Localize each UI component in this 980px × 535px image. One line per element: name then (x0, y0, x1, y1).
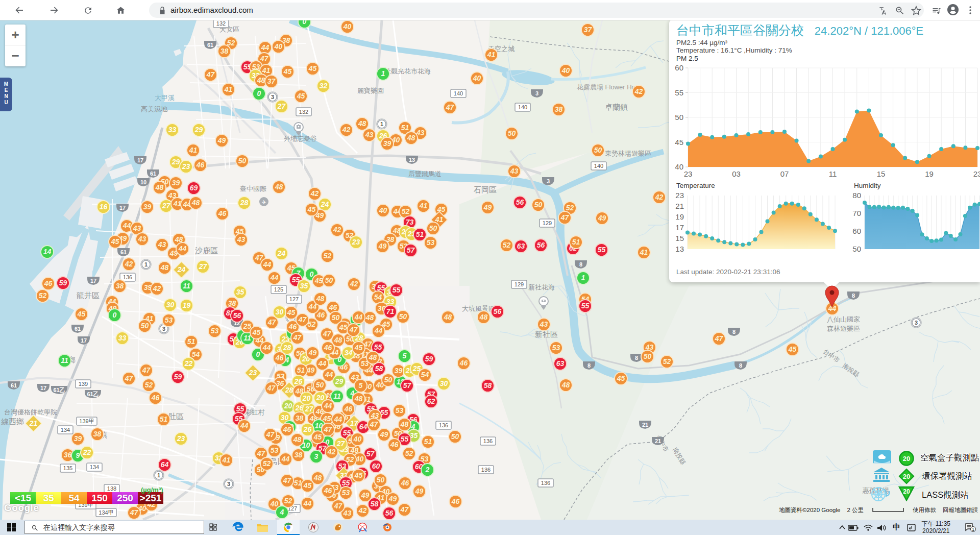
svg-text:森林遊樂區: 森林遊樂區 (827, 325, 860, 332)
svg-text:東勢林場遊樂區: 東勢林場遊樂區 (605, 150, 651, 157)
svg-text:134甲: 134甲 (99, 509, 113, 516)
svg-text:11: 11 (829, 169, 837, 178)
svg-text:15: 15 (675, 234, 684, 242)
svg-text:3: 3 (547, 178, 550, 184)
svg-text:21: 21 (642, 422, 648, 428)
svg-text:23: 23 (973, 169, 980, 178)
svg-text:50: 50 (675, 113, 683, 121)
svg-text:肚區: 肚區 (168, 412, 184, 421)
svg-text:136: 136 (439, 422, 448, 428)
svg-text:卓蘭鎮: 卓蘭鎮 (605, 103, 628, 111)
svg-text:125: 125 (274, 286, 283, 293)
svg-text:40: 40 (675, 162, 683, 171)
svg-text:17: 17 (675, 223, 684, 232)
svg-text:136: 136 (481, 467, 491, 473)
svg-text:129: 129 (543, 220, 552, 226)
svg-text:132: 132 (216, 20, 226, 27)
svg-text:135: 135 (63, 465, 72, 471)
svg-text:20: 20 (903, 455, 910, 463)
svg-text:138: 138 (107, 485, 116, 492)
svg-text:13: 13 (675, 245, 684, 253)
svg-text:8: 8 (739, 362, 742, 369)
svg-text:21: 21 (655, 438, 661, 444)
svg-text:石岡區: 石岡區 (473, 185, 497, 194)
svg-text:龍井區: 龍井區 (77, 291, 100, 300)
svg-text:61: 61 (120, 249, 127, 255)
svg-text:麗寶樂園: 麗寶樂園 (357, 87, 384, 94)
svg-text:60: 60 (852, 227, 861, 235)
svg-text:139: 139 (79, 381, 88, 387)
svg-text:61: 61 (150, 171, 156, 177)
svg-text:花露農場 Flower Ho: 花露農場 Flower Ho (576, 83, 635, 91)
svg-text:1: 1 (144, 261, 148, 268)
svg-text:8: 8 (635, 355, 638, 361)
svg-text:61: 61 (207, 42, 213, 48)
svg-text:3: 3 (162, 326, 165, 332)
svg-text:140: 140 (594, 163, 603, 169)
svg-text:3: 3 (535, 90, 538, 96)
svg-text:沙鹿區: 沙鹿區 (195, 246, 218, 255)
svg-text:17: 17 (40, 385, 46, 391)
svg-text:線西鄉: 線西鄉 (1, 417, 24, 426)
svg-text:136: 136 (123, 274, 132, 280)
svg-text:136: 136 (541, 480, 550, 486)
svg-text:23: 23 (684, 169, 693, 178)
svg-text:后豐鐵馬道: 后豐鐵馬道 (408, 170, 442, 178)
svg-text:8: 8 (852, 293, 855, 299)
svg-text:彩虹村: 彩虹村 (245, 408, 265, 416)
svg-text:20: 20 (903, 488, 910, 495)
svg-text:132: 132 (299, 109, 308, 115)
svg-text:21: 21 (675, 202, 684, 210)
svg-text:✈: ✈ (261, 199, 266, 205)
svg-text:高美濕地: 高美濕地 (141, 105, 168, 113)
svg-text:03: 03 (732, 169, 741, 178)
svg-text:80: 80 (852, 191, 861, 200)
svg-text:大甲溪: 大甲溪 (155, 94, 175, 102)
svg-text:45: 45 (675, 138, 683, 147)
svg-text:3: 3 (915, 320, 918, 326)
svg-text:70: 70 (852, 209, 861, 217)
svg-text:1: 1 (157, 472, 160, 478)
svg-text:61乙: 61乙 (53, 387, 65, 393)
svg-text:61: 61 (75, 326, 81, 332)
svg-text:17: 17 (137, 157, 143, 163)
svg-text:139甲: 139甲 (79, 418, 94, 424)
svg-text:127: 127 (289, 296, 299, 302)
svg-text:外埔忘憂谷: 外埔忘憂谷 (283, 135, 317, 142)
svg-text:17: 17 (119, 205, 126, 211)
svg-text:新社花海: 新社花海 (528, 283, 555, 291)
svg-text:61: 61 (11, 382, 17, 388)
svg-text:140: 140 (454, 90, 463, 96)
svg-text:19: 19 (675, 212, 684, 221)
svg-text:10: 10 (140, 179, 146, 185)
svg-text:3: 3 (271, 94, 274, 100)
svg-text:1: 1 (972, 527, 974, 532)
svg-text:20: 20 (903, 473, 910, 480)
svg-text:3: 3 (227, 481, 230, 487)
svg-text:61乙: 61乙 (87, 391, 99, 397)
svg-text:台灣優格餅乾學院: 台灣優格餅乾學院 (4, 408, 57, 416)
svg-text:129: 129 (514, 281, 524, 287)
svg-text:140: 140 (518, 104, 527, 110)
svg-text:134: 134 (61, 427, 70, 433)
svg-text:15: 15 (877, 169, 886, 178)
svg-text:19: 19 (925, 169, 934, 178)
svg-text:07: 07 (780, 169, 789, 178)
svg-text:17: 17 (90, 278, 96, 284)
svg-text:55: 55 (675, 88, 683, 97)
svg-text:17: 17 (81, 337, 87, 344)
svg-text:臺中國際: 臺中國際 (240, 185, 266, 192)
svg-text:8: 8 (732, 329, 736, 335)
svg-text:23: 23 (675, 191, 684, 200)
svg-text:新社區: 新社區 (535, 330, 558, 338)
svg-text:八仙山國家: 八仙山國家 (827, 315, 860, 323)
svg-text:136: 136 (483, 438, 493, 444)
svg-text:13: 13 (409, 157, 415, 163)
svg-text:134: 134 (90, 464, 99, 470)
svg-text:8: 8 (587, 362, 591, 369)
svg-text:60: 60 (675, 63, 683, 72)
svg-text:8: 8 (579, 261, 582, 268)
svg-text:1: 1 (380, 121, 383, 127)
svg-text:50: 50 (852, 245, 861, 253)
